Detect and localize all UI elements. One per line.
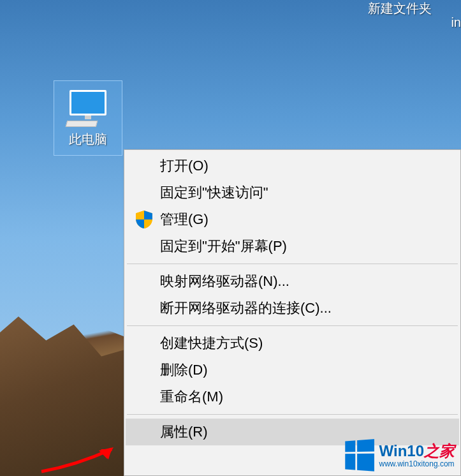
menu-label: 重命名(M)	[160, 387, 223, 406]
menu-label: 固定到"开始"屏幕(P)	[160, 237, 287, 256]
menu-item-rename[interactable]: 重命名(M)	[126, 383, 459, 410]
menu-item-map-drive[interactable]: 映射网络驱动器(N)...	[126, 268, 459, 295]
menu-item-disconnect-drive[interactable]: 断开网络驱动器的连接(C)...	[126, 295, 459, 322]
menu-label: 管理(G)	[160, 210, 209, 229]
menu-label: 删除(D)	[160, 361, 208, 380]
menu-label: 属性(R)	[160, 422, 208, 442]
menu-label: 创建快捷方式(S)	[160, 334, 263, 353]
menu-item-manage[interactable]: 管理(G)	[126, 206, 459, 233]
desktop-icon-partial-label: in	[451, 15, 461, 30]
menu-label: 断开网络驱动器的连接(C)...	[160, 299, 332, 318]
menu-label: 映射网络驱动器(N)...	[160, 272, 289, 291]
watermark-url: www.win10xitong.com	[379, 460, 455, 468]
menu-item-create-shortcut[interactable]: 创建快捷方式(S)	[126, 330, 459, 357]
menu-separator	[127, 414, 458, 415]
desktop-background: 新建文件夹 in 此电脑 打开(O) 固定到"快速访问" 管理(G)	[0, 0, 461, 476]
desktop-icon-this-pc[interactable]: 此电脑	[54, 80, 122, 156]
desktop-icon-folder[interactable]: 新建文件夹	[355, 0, 444, 17]
menu-separator	[127, 264, 458, 264]
context-menu: 打开(O) 固定到"快速访问" 管理(G) 固定到"开始"屏幕(P) 映射网络驱…	[124, 149, 461, 476]
this-pc-label: 此电脑	[54, 131, 122, 148]
menu-item-pin-start[interactable]: 固定到"开始"屏幕(P)	[126, 233, 459, 260]
menu-item-pin-quick-access[interactable]: 固定到"快速访问"	[126, 179, 459, 206]
watermark-logo: Win10之家 www.win10xitong.com	[344, 440, 455, 471]
computer-icon	[66, 90, 110, 126]
uac-shield-icon	[136, 211, 152, 228]
menu-separator	[127, 325, 458, 326]
menu-item-open[interactable]: 打开(O)	[126, 152, 459, 179]
menu-item-delete[interactable]: 删除(D)	[126, 357, 459, 383]
menu-label: 固定到"快速访问"	[160, 183, 268, 202]
menu-label: 打开(O)	[160, 156, 209, 175]
folder-label: 新建文件夹	[355, 0, 444, 17]
windows-logo-icon	[345, 439, 375, 472]
watermark-title: Win10之家	[379, 443, 455, 459]
